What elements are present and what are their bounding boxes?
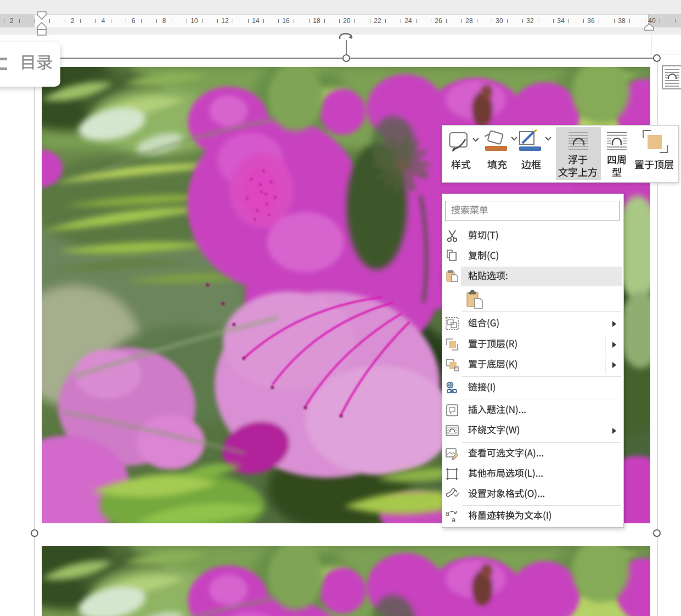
svg-text:a: a: [446, 510, 449, 517]
svg-text:a: a: [452, 516, 456, 523]
